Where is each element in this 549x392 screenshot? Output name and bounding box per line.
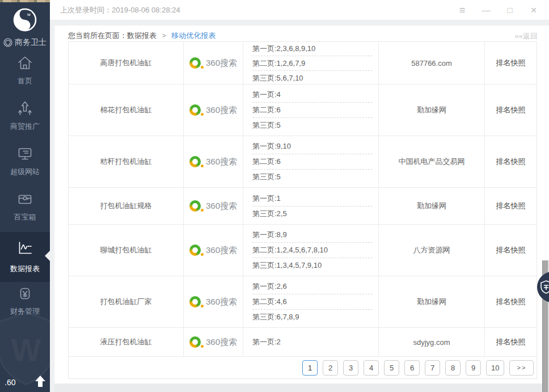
engine-label: 360搜索 bbox=[206, 157, 237, 167]
keyword-cell: 聊城打包机油缸 bbox=[69, 225, 183, 276]
active-item-arrow bbox=[45, 251, 50, 261]
sidebar-footer: .60 bbox=[0, 374, 50, 390]
rankings-cell: 第一页:2,3,6,8,9,10第二页:1,2,6,7,9第三页:5,6,7,1… bbox=[243, 42, 378, 84]
report-chart-icon bbox=[16, 239, 34, 257]
snapshot-link[interactable]: 排名快照 bbox=[484, 225, 537, 276]
sidebar-item-label: 商贸推广 bbox=[10, 121, 40, 132]
menu-icon[interactable]: ≡ bbox=[450, 0, 474, 20]
table-row: 秸秆打包机油缸360搜索第一页:9,10第二页:6第三页:5中国机电产品交易网排… bbox=[69, 136, 537, 188]
ranking-line: 第一页:8,9 bbox=[252, 227, 373, 243]
app-logo-icon: w bbox=[12, 7, 38, 33]
ranking-line: 第二页:4,6 bbox=[252, 294, 373, 310]
breadcrumb-prefix: 您当前所在页面：数据报表 bbox=[68, 31, 157, 40]
snapshot-link[interactable]: 排名快照 bbox=[484, 42, 537, 84]
360-search-logo-icon bbox=[189, 104, 201, 116]
page-button-3[interactable]: 3 bbox=[343, 360, 358, 376]
keyword-cell: 秸秆打包机油缸 bbox=[69, 136, 183, 187]
next-page-button[interactable]: >> bbox=[509, 360, 534, 376]
minimize-icon[interactable]: — bbox=[474, 0, 498, 20]
ranking-line: 第二页:6 bbox=[252, 103, 373, 118]
brand-shield-icon bbox=[3, 38, 12, 47]
website-cell: 587766.com bbox=[378, 42, 484, 84]
ranking-line: 第三页:5,6,7,10 bbox=[252, 71, 373, 85]
keyword-cell: 打包机油缸规格 bbox=[69, 188, 183, 224]
back-link[interactable]: ««返回 bbox=[515, 31, 538, 41]
page-button-6[interactable]: 6 bbox=[404, 360, 420, 376]
page-button-2[interactable]: 2 bbox=[323, 360, 338, 376]
topbar: 上次登录时间：2019-08-06 08:28:24 ≡ — □ ✕ bbox=[50, 0, 549, 20]
snapshot-link[interactable]: 排名快照 bbox=[484, 188, 537, 224]
360-search-logo-icon bbox=[189, 200, 201, 212]
main-content: 您当前所在页面：数据报表 > 移动优化报表 ««返回 高唐打包机油缸360搜索第… bbox=[54, 26, 549, 383]
ranking-line: 第二页:6 bbox=[252, 154, 373, 170]
website-cell: 勤加缘网 bbox=[378, 85, 484, 136]
table-row: 棉花打包机油缸360搜索第一页:4第二页:6第三页:5勤加缘网排名快照 bbox=[69, 85, 537, 136]
sidebar-item-data-report[interactable]: 数据报表 bbox=[0, 232, 50, 282]
brand: 商务卫士 bbox=[0, 37, 50, 48]
360-search-logo-icon bbox=[189, 296, 201, 307]
sidebar-item-label: 首页 bbox=[18, 76, 32, 86]
breadcrumb-current-link[interactable]: 移动优化报表 bbox=[171, 31, 216, 40]
maximize-icon[interactable]: □ bbox=[498, 0, 522, 20]
ranking-line: 第三页:2,5 bbox=[252, 206, 373, 221]
sidebar-item-promotion[interactable]: 商贸推广 bbox=[0, 99, 50, 140]
last-login-time: 上次登录时间：2019-08-06 08:28:24 bbox=[60, 0, 180, 20]
snapshot-link[interactable]: 排名快照 bbox=[484, 85, 537, 136]
home-icon bbox=[16, 54, 34, 72]
ranking-line: 第一页:9,10 bbox=[252, 139, 373, 154]
close-icon[interactable]: ✕ bbox=[522, 0, 546, 20]
ranking-line: 第三页:6,7,8,9 bbox=[252, 310, 373, 324]
window-controls: ≡ — □ ✕ bbox=[450, 0, 546, 20]
svg-text:w: w bbox=[27, 12, 31, 17]
page-button-1[interactable]: 1 bbox=[302, 360, 318, 376]
page-button-9[interactable]: 9 bbox=[466, 360, 481, 376]
promote-arrows-icon bbox=[16, 99, 34, 117]
snapshot-link[interactable]: 排名快照 bbox=[484, 136, 537, 187]
rankings-cell: 第一页:4第二页:6第三页:5 bbox=[243, 85, 378, 136]
sidebar-item-super-website[interactable]: 超级网站 bbox=[0, 145, 50, 186]
rankings-cell: 第一页:8,9第二页:1,2,4,5,6,7,8,10第三页:1,3,4,5,7… bbox=[243, 225, 378, 276]
ranking-line: 第二页:1,2,6,7,9 bbox=[252, 56, 373, 71]
sidebar-item-home[interactable]: 首页 bbox=[0, 54, 50, 95]
website-cell: 勤加缘网 bbox=[378, 188, 484, 224]
page-button-4[interactable]: 4 bbox=[364, 360, 379, 376]
engine-label: 360搜索 bbox=[206, 58, 237, 69]
engine-cell: 360搜索 bbox=[183, 328, 243, 356]
report-table-rows: 高唐打包机油缸360搜索第一页:2,3,6,8,9,10第二页:1,2,6,7,… bbox=[69, 42, 537, 357]
snapshot-link[interactable]: 排名快照 bbox=[484, 276, 537, 327]
sidebar-item-label: 超级网站 bbox=[10, 167, 40, 177]
website-cell: sdyjyg.com bbox=[378, 328, 484, 356]
sidebar-item-label: 百宝箱 bbox=[14, 212, 36, 222]
table-row: 聊城打包机油缸360搜索第一页:8,9第二页:1,2,4,5,6,7,8,10第… bbox=[69, 225, 537, 276]
table-row: 打包机油缸厂家360搜索第一页:2,6第二页:4,6第三页:6,7,8,9勤加缘… bbox=[69, 276, 537, 328]
back-to-top-button[interactable] bbox=[35, 376, 45, 387]
360-search-logo-icon bbox=[189, 245, 201, 256]
sidebar-item-toolbox[interactable]: 百宝箱 bbox=[0, 190, 50, 231]
engine-label: 360搜索 bbox=[206, 245, 237, 256]
360-search-logo-icon bbox=[189, 156, 201, 167]
ranking-line: 第二页:1,2,4,5,6,7,8,10 bbox=[252, 243, 373, 258]
engine-cell: 360搜索 bbox=[183, 136, 243, 187]
ranking-line: 第三页:5 bbox=[252, 118, 373, 133]
table-row: 液压打包机油缸360搜索第一页:2sdyjyg.com排名快照 bbox=[69, 328, 537, 357]
page-button-7[interactable]: 7 bbox=[425, 360, 440, 376]
page-button-8[interactable]: 8 bbox=[445, 360, 461, 376]
website-cell: 中国机电产品交易网 bbox=[378, 136, 484, 187]
engine-cell: 360搜索 bbox=[183, 225, 243, 276]
snapshot-link[interactable]: 排名快照 bbox=[484, 328, 537, 356]
ranking-line: 第一页:4 bbox=[252, 87, 373, 103]
breadcrumb: 您当前所在页面：数据报表 > 移动优化报表 bbox=[68, 31, 216, 41]
report-table: 高唐打包机油缸360搜索第一页:2,3,6,8,9,10第二页:1,2,6,7,… bbox=[68, 41, 537, 379]
sidebar-item-label: 数据报表 bbox=[10, 264, 40, 274]
engine-label: 360搜索 bbox=[206, 105, 237, 116]
bottom-frame-strip bbox=[54, 383, 549, 392]
toolbox-icon bbox=[16, 190, 34, 208]
version-fragment: .60 bbox=[5, 378, 15, 387]
topbar-separator bbox=[50, 20, 549, 26]
page-button-5[interactable]: 5 bbox=[384, 360, 399, 376]
pagination: 12345678910>> bbox=[69, 357, 537, 378]
table-row: 高唐打包机油缸360搜索第一页:2,3,6,8,9,10第二页:1,2,6,7,… bbox=[69, 42, 537, 85]
360-search-logo-icon bbox=[189, 57, 201, 69]
page-button-10[interactable]: 10 bbox=[486, 360, 504, 376]
rankings-cell: 第一页:2,6第二页:4,6第三页:6,7,8,9 bbox=[243, 276, 378, 327]
